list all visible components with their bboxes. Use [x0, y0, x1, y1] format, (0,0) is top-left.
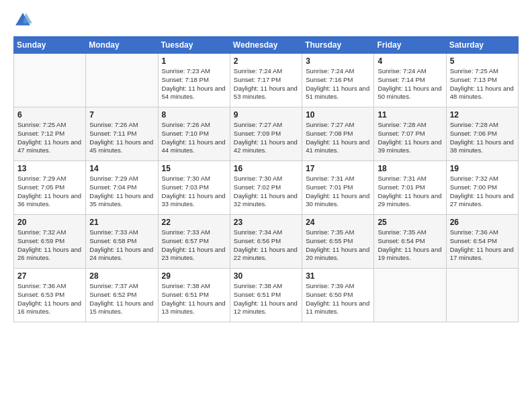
- day-number: 16: [234, 164, 298, 173]
- calendar-cell: 17Sunrise: 7:31 AM Sunset: 7:01 PM Dayli…: [302, 161, 374, 215]
- day-detail: Sunrise: 7:38 AM Sunset: 6:51 PM Dayligh…: [162, 282, 226, 316]
- calendar-cell: 23Sunrise: 7:34 AM Sunset: 6:56 PM Dayli…: [230, 215, 302, 269]
- logo-icon: [13, 11, 32, 30]
- day-detail: Sunrise: 7:32 AM Sunset: 6:59 PM Dayligh…: [17, 228, 82, 263]
- day-detail: Sunrise: 7:24 AM Sunset: 7:14 PM Dayligh…: [378, 67, 442, 101]
- calendar-week-row: 6Sunrise: 7:25 AM Sunset: 7:12 PM Daylig…: [14, 107, 519, 161]
- day-number: 31: [306, 271, 370, 281]
- calendar-cell: 24Sunrise: 7:35 AM Sunset: 6:55 PM Dayli…: [302, 215, 374, 269]
- calendar-cell: [86, 54, 158, 107]
- calendar-cell: [446, 269, 518, 322]
- day-number: 9: [234, 110, 298, 120]
- day-detail: Sunrise: 7:31 AM Sunset: 7:01 PM Dayligh…: [378, 175, 442, 209]
- day-number: 25: [378, 218, 442, 227]
- calendar-cell: [14, 54, 86, 107]
- day-detail: Sunrise: 7:38 AM Sunset: 6:51 PM Dayligh…: [234, 282, 298, 316]
- day-number: 26: [450, 218, 515, 227]
- day-number: 20: [17, 218, 82, 227]
- day-number: 28: [89, 271, 154, 281]
- day-number: 11: [378, 110, 442, 120]
- day-detail: Sunrise: 7:27 AM Sunset: 7:09 PM Dayligh…: [234, 121, 298, 155]
- day-number: 8: [162, 110, 226, 120]
- day-detail: Sunrise: 7:29 AM Sunset: 7:04 PM Dayligh…: [89, 175, 154, 209]
- day-detail: Sunrise: 7:30 AM Sunset: 7:03 PM Dayligh…: [162, 175, 226, 209]
- day-number: 12: [450, 110, 515, 120]
- calendar-cell: 16Sunrise: 7:30 AM Sunset: 7:02 PM Dayli…: [230, 161, 302, 215]
- calendar-cell: 9Sunrise: 7:27 AM Sunset: 7:09 PM Daylig…: [230, 107, 302, 161]
- calendar-cell: 20Sunrise: 7:32 AM Sunset: 6:59 PM Dayli…: [14, 215, 86, 269]
- calendar-cell: 21Sunrise: 7:33 AM Sunset: 6:58 PM Dayli…: [86, 215, 158, 269]
- day-number: 15: [162, 164, 226, 173]
- logo: [13, 11, 35, 30]
- calendar-cell: 26Sunrise: 7:36 AM Sunset: 6:54 PM Dayli…: [446, 215, 518, 269]
- calendar-cell: 2Sunrise: 7:24 AM Sunset: 7:17 PM Daylig…: [230, 54, 302, 107]
- day-detail: Sunrise: 7:33 AM Sunset: 6:57 PM Dayligh…: [162, 228, 226, 263]
- day-number: 21: [89, 218, 154, 227]
- day-detail: Sunrise: 7:23 AM Sunset: 7:18 PM Dayligh…: [162, 67, 226, 101]
- calendar-cell: 19Sunrise: 7:32 AM Sunset: 7:00 PM Dayli…: [446, 161, 518, 215]
- day-detail: Sunrise: 7:28 AM Sunset: 7:07 PM Dayligh…: [378, 121, 442, 155]
- day-detail: Sunrise: 7:24 AM Sunset: 7:17 PM Dayligh…: [234, 67, 298, 101]
- day-detail: Sunrise: 7:35 AM Sunset: 6:55 PM Dayligh…: [306, 228, 370, 263]
- day-number: 7: [89, 110, 154, 120]
- day-detail: Sunrise: 7:26 AM Sunset: 7:10 PM Dayligh…: [162, 121, 226, 155]
- day-number: 10: [306, 110, 370, 120]
- day-number: 2: [234, 56, 298, 66]
- day-detail: Sunrise: 7:29 AM Sunset: 7:05 PM Dayligh…: [17, 175, 82, 209]
- calendar-week-row: 27Sunrise: 7:36 AM Sunset: 6:53 PM Dayli…: [14, 269, 519, 322]
- calendar-table: SundayMondayTuesdayWednesdayThursdayFrid…: [13, 36, 519, 322]
- calendar-cell: 22Sunrise: 7:33 AM Sunset: 6:57 PM Dayli…: [158, 215, 230, 269]
- day-detail: Sunrise: 7:33 AM Sunset: 6:58 PM Dayligh…: [89, 228, 154, 263]
- calendar-header-sunday: Sunday: [14, 37, 86, 54]
- header: [13, 11, 519, 30]
- calendar-cell: 14Sunrise: 7:29 AM Sunset: 7:04 PM Dayli…: [86, 161, 158, 215]
- day-number: 24: [306, 218, 370, 227]
- day-detail: Sunrise: 7:26 AM Sunset: 7:11 PM Dayligh…: [89, 121, 154, 155]
- day-detail: Sunrise: 7:36 AM Sunset: 6:54 PM Dayligh…: [450, 228, 515, 263]
- day-number: 23: [234, 218, 298, 227]
- calendar-cell: 30Sunrise: 7:38 AM Sunset: 6:51 PM Dayli…: [230, 269, 302, 322]
- day-number: 17: [306, 164, 370, 173]
- day-detail: Sunrise: 7:32 AM Sunset: 7:00 PM Dayligh…: [450, 175, 515, 209]
- calendar-cell: 1Sunrise: 7:23 AM Sunset: 7:18 PM Daylig…: [158, 54, 230, 107]
- calendar-cell: 18Sunrise: 7:31 AM Sunset: 7:01 PM Dayli…: [374, 161, 446, 215]
- calendar-cell: 31Sunrise: 7:39 AM Sunset: 6:50 PM Dayli…: [302, 269, 374, 322]
- calendar-header-tuesday: Tuesday: [158, 37, 230, 54]
- day-number: 4: [378, 56, 442, 66]
- calendar-cell: 6Sunrise: 7:25 AM Sunset: 7:12 PM Daylig…: [14, 107, 86, 161]
- day-detail: Sunrise: 7:39 AM Sunset: 6:50 PM Dayligh…: [306, 282, 370, 316]
- day-detail: Sunrise: 7:30 AM Sunset: 7:02 PM Dayligh…: [234, 175, 298, 209]
- calendar-cell: 5Sunrise: 7:25 AM Sunset: 7:13 PM Daylig…: [446, 54, 518, 107]
- calendar-cell: 7Sunrise: 7:26 AM Sunset: 7:11 PM Daylig…: [86, 107, 158, 161]
- day-number: 30: [234, 271, 298, 281]
- day-number: 6: [17, 110, 82, 120]
- calendar-header-monday: Monday: [86, 37, 158, 54]
- day-detail: Sunrise: 7:27 AM Sunset: 7:08 PM Dayligh…: [306, 121, 370, 155]
- calendar-cell: 4Sunrise: 7:24 AM Sunset: 7:14 PM Daylig…: [374, 54, 446, 107]
- calendar-cell: 28Sunrise: 7:37 AM Sunset: 6:52 PM Dayli…: [86, 269, 158, 322]
- day-number: 13: [17, 164, 82, 173]
- day-number: 18: [378, 164, 442, 173]
- page: SundayMondayTuesdayWednesdayThursdayFrid…: [0, 0, 532, 411]
- day-number: 14: [89, 164, 154, 173]
- calendar-header-wednesday: Wednesday: [230, 37, 302, 54]
- calendar-cell: 11Sunrise: 7:28 AM Sunset: 7:07 PM Dayli…: [374, 107, 446, 161]
- day-detail: Sunrise: 7:31 AM Sunset: 7:01 PM Dayligh…: [306, 175, 370, 209]
- calendar-cell: 3Sunrise: 7:24 AM Sunset: 7:16 PM Daylig…: [302, 54, 374, 107]
- calendar-cell: [374, 269, 446, 322]
- calendar-cell: 13Sunrise: 7:29 AM Sunset: 7:05 PM Dayli…: [14, 161, 86, 215]
- day-number: 1: [162, 56, 226, 66]
- day-number: 29: [162, 271, 226, 281]
- day-number: 5: [450, 56, 515, 66]
- calendar-cell: 12Sunrise: 7:28 AM Sunset: 7:06 PM Dayli…: [446, 107, 518, 161]
- calendar-week-row: 20Sunrise: 7:32 AM Sunset: 6:59 PM Dayli…: [14, 215, 519, 269]
- calendar-header-saturday: Saturday: [446, 37, 518, 54]
- calendar-header-friday: Friday: [374, 37, 446, 54]
- calendar-cell: 25Sunrise: 7:35 AM Sunset: 6:54 PM Dayli…: [374, 215, 446, 269]
- day-detail: Sunrise: 7:35 AM Sunset: 6:54 PM Dayligh…: [378, 228, 442, 263]
- day-number: 22: [162, 218, 226, 227]
- calendar-week-row: 13Sunrise: 7:29 AM Sunset: 7:05 PM Dayli…: [14, 161, 519, 215]
- day-detail: Sunrise: 7:25 AM Sunset: 7:13 PM Dayligh…: [450, 67, 515, 101]
- calendar-cell: 15Sunrise: 7:30 AM Sunset: 7:03 PM Dayli…: [158, 161, 230, 215]
- day-detail: Sunrise: 7:24 AM Sunset: 7:16 PM Dayligh…: [306, 67, 370, 101]
